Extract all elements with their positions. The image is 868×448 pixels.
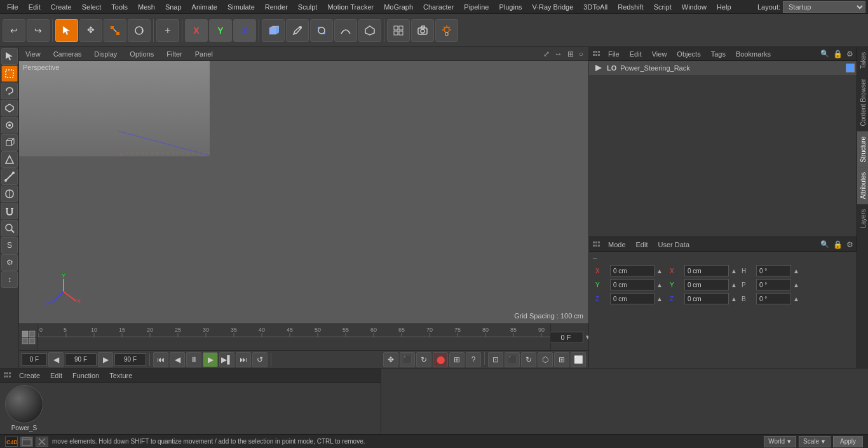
material-item[interactable]: Power_S	[5, 385, 43, 431]
z-axis-button[interactable]: Z	[233, 19, 256, 42]
z-rot-input[interactable]: 0 cm	[684, 293, 729, 304]
object-entry[interactable]: LO Power_Steering_Rack	[589, 61, 868, 76]
current-frame-input[interactable]	[548, 332, 583, 343]
sidebar-btn-10[interactable]	[1, 203, 18, 219]
viewport-icon-2[interactable]: ↔	[553, 48, 564, 60]
object-snap-btn[interactable]: ⬛	[505, 352, 520, 367]
objects-file-tab[interactable]: File	[606, 49, 622, 59]
gear-icon-obj[interactable]: ⚙	[845, 48, 855, 60]
goto-end-btn[interactable]: ⏭	[236, 352, 251, 367]
vtab-structure[interactable]: Structure	[857, 132, 868, 168]
scale-dropdown[interactable]: Scale ▼	[799, 436, 831, 447]
sidebar-btn-12[interactable]: S	[1, 237, 18, 254]
sidebar-btn-4[interactable]	[1, 100, 18, 116]
y-axis-button[interactable]: Y	[209, 19, 232, 42]
menu-simulate[interactable]: Simulate	[223, 2, 259, 12]
viewport-icon-3[interactable]: ⊞	[566, 48, 575, 60]
loop-btn[interactable]: ↺	[252, 352, 268, 367]
menu-snap[interactable]: Snap	[161, 2, 186, 12]
frame-left-btn[interactable]: ◀	[48, 352, 64, 367]
timeline-ruler[interactable]: 0 5 10 15 20 25 30 35	[38, 324, 550, 350]
viewport-filter-menu[interactable]: Filter	[164, 49, 184, 59]
sidebar-btn-6[interactable]	[1, 134, 18, 151]
viewport-icon-1[interactable]: ⤢	[542, 48, 551, 60]
grid-snap-btn[interactable]: ↻	[521, 352, 536, 367]
edit-tab-attr[interactable]: Edit	[634, 240, 651, 250]
sidebar-btn-11[interactable]	[1, 220, 18, 236]
viewport-icon-4[interactable]: ○	[578, 48, 585, 60]
z-pos-input[interactable]: 0 cm	[610, 293, 654, 304]
window-icon[interactable]	[20, 437, 33, 447]
search-icon[interactable]: 🔍	[819, 48, 831, 60]
spline-button[interactable]	[310, 19, 333, 42]
end-frame-input[interactable]	[65, 353, 97, 366]
menu-mograph[interactable]: MoGraph	[379, 2, 417, 12]
sidebar-btn-14[interactable]: ↕	[1, 271, 18, 288]
mat-edit-tab[interactable]: Edit	[48, 370, 65, 381]
sidebar-btn-8[interactable]	[1, 168, 18, 185]
goto-start-btn[interactable]: ⏮	[153, 352, 168, 367]
pause-btn[interactable]: ⏸	[186, 352, 201, 367]
attr-search-icon[interactable]: 🔍	[819, 239, 831, 250]
menu-render[interactable]: Render	[261, 2, 292, 12]
motion-btn[interactable]: ⊞	[554, 352, 569, 367]
select-tool-btn[interactable]: ⬛	[400, 352, 415, 367]
bookmarks-tab[interactable]: Bookmarks	[733, 49, 773, 59]
start-frame-input[interactable]	[22, 353, 47, 366]
light-button[interactable]	[435, 19, 458, 42]
cube-button[interactable]	[262, 19, 285, 42]
h-input[interactable]: 0 °	[756, 265, 791, 276]
vtab-content-browser[interactable]: Content Browser	[857, 74, 868, 131]
sidebar-btn-active[interactable]	[1, 65, 18, 82]
menu-edit[interactable]: Edit	[24, 2, 45, 12]
rotate-tool-btn[interactable]: ↻	[416, 352, 431, 367]
play-btn[interactable]: ▶	[203, 352, 218, 367]
x-pos-input[interactable]: 0 cm	[610, 265, 654, 276]
camera-button[interactable]	[411, 19, 434, 42]
p-input[interactable]: 0 °	[756, 279, 791, 290]
nurbs-button[interactable]	[334, 19, 357, 42]
menu-sculpt[interactable]: Sculpt	[294, 2, 322, 12]
step-fwd-btn[interactable]: ▶▌	[219, 352, 234, 367]
mat-function-tab[interactable]: Function	[70, 370, 102, 381]
b-input[interactable]: 0 °	[756, 293, 791, 304]
objects-edit-tab[interactable]: Edit	[627, 49, 644, 59]
menu-pipeline[interactable]: Pipeline	[459, 2, 493, 12]
vtab-attributes[interactable]: Attributes	[857, 167, 868, 204]
lock-icon[interactable]: 🔒	[832, 48, 844, 60]
vtab-layers[interactable]: Layers	[857, 204, 868, 233]
snap-enable-btn[interactable]: ⊡	[488, 352, 503, 367]
viewport-cameras-menu[interactable]: Cameras	[51, 49, 85, 59]
sidebar-btn-13[interactable]: ⚙	[1, 254, 18, 271]
close-icon[interactable]	[36, 437, 48, 447]
attr-gear-icon[interactable]: ⚙	[845, 239, 855, 250]
3d-viewport[interactable]: Perspective Y X Z Grid Spacing : 100 cm	[19, 61, 588, 323]
vtab-takes[interactable]: Takes	[857, 47, 868, 74]
step-back-btn[interactable]: ◀	[170, 352, 185, 367]
x-axis-button[interactable]: X	[185, 19, 208, 42]
menu-mesh[interactable]: Mesh	[133, 2, 159, 12]
y-pos-input[interactable]: 0 cm	[610, 279, 654, 290]
sidebar-btn-3[interactable]	[1, 83, 18, 99]
redo-button[interactable]: ↪	[27, 19, 50, 42]
objects-view-tab[interactable]: View	[649, 49, 670, 59]
menu-redshift[interactable]: Redshift	[613, 2, 648, 12]
rotate-button[interactable]	[128, 19, 151, 42]
mat-create-tab[interactable]: Create	[17, 370, 43, 381]
undo-button[interactable]: ↩	[3, 19, 25, 42]
move-button[interactable]: ✥	[79, 19, 102, 42]
menu-window[interactable]: Window	[677, 2, 711, 12]
x-rot-input[interactable]: 0 cm	[684, 265, 729, 276]
menu-plugins[interactable]: Plugins	[494, 2, 526, 12]
layout-dropdown[interactable]: Startup	[783, 1, 865, 13]
y-rot-input[interactable]: 0 cm	[684, 279, 729, 290]
menu-character[interactable]: Character	[419, 2, 458, 12]
user-data-tab[interactable]: User Data	[656, 240, 693, 250]
frame-right-btn[interactable]: ▶	[98, 352, 113, 367]
keyframe-btn[interactable]: ⊞	[449, 352, 465, 367]
scale-button[interactable]	[104, 19, 126, 42]
mode-tab[interactable]: Mode	[606, 240, 628, 250]
objects-tab[interactable]: Objects	[674, 49, 703, 59]
attr-lock-icon[interactable]: 🔒	[832, 239, 844, 250]
menu-tools[interactable]: Tools	[107, 2, 132, 12]
